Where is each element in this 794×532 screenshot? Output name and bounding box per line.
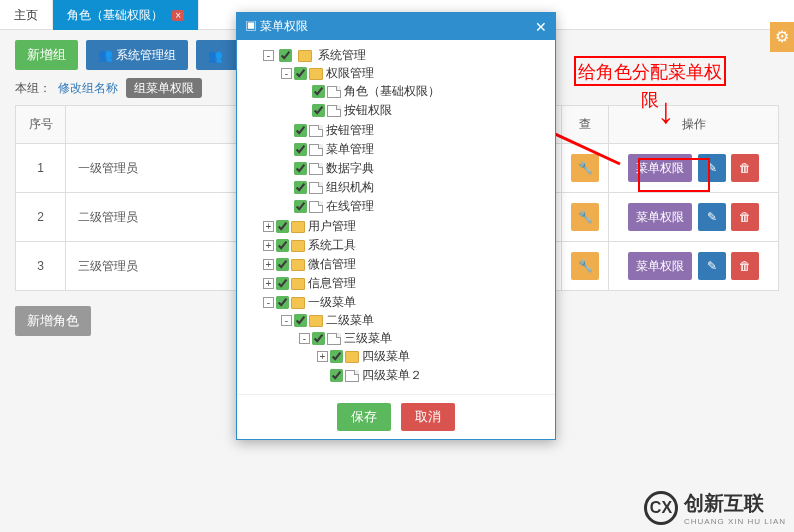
tree-label[interactable]: 按钮管理 — [326, 123, 374, 137]
tree-label[interactable]: 微信管理 — [308, 257, 356, 271]
tree-label[interactable]: 权限管理 — [326, 66, 374, 80]
menu-perm-button[interactable]: 菜单权限 — [628, 252, 692, 280]
modal-body[interactable]: - 系统管理 -权限管理 角色（基础权限） 按钮权限 按钮管理 菜单管理 数据字… — [237, 40, 555, 394]
annotation-arrow-down: ↓ — [657, 90, 675, 132]
tree-toggle[interactable]: + — [263, 259, 274, 270]
delete-button[interactable]: 🗑 — [731, 154, 759, 182]
tree-label[interactable]: 四级菜单 — [362, 349, 410, 363]
menu-perm-button[interactable]: 菜单权限 — [628, 203, 692, 231]
tree-checkbox[interactable] — [294, 124, 307, 137]
tree-checkbox[interactable] — [294, 143, 307, 156]
tree-checkbox[interactable] — [276, 277, 289, 290]
logo-subtext: CHUANG XIN HU LIAN — [684, 517, 786, 526]
tree-checkbox[interactable] — [276, 239, 289, 252]
tree-label[interactable]: 系统管理 — [318, 48, 366, 62]
folder-icon — [345, 351, 359, 363]
tree-label[interactable]: 二级菜单 — [326, 313, 374, 327]
tree-checkbox[interactable] — [294, 181, 307, 194]
tree-checkbox[interactable] — [312, 104, 325, 117]
view-button[interactable]: 🔧 — [571, 252, 599, 280]
tree-label[interactable]: 三级菜单 — [344, 331, 392, 345]
th-view: 查 — [562, 106, 609, 144]
users-icon: 👥 — [208, 49, 223, 63]
view-button[interactable]: 🔧 — [571, 154, 599, 182]
tree-checkbox[interactable] — [330, 369, 343, 382]
tree-checkbox[interactable] — [312, 332, 325, 345]
logo-mark: CX — [644, 491, 678, 525]
group-button-2[interactable]: 👥 — [196, 40, 238, 70]
tree-label[interactable]: 在线管理 — [326, 199, 374, 213]
modal-header: ▣ 菜单权限 ✕ — [237, 13, 555, 40]
edit-button[interactable]: ✎ — [698, 203, 726, 231]
cancel-button[interactable]: 取消 — [401, 403, 455, 431]
tree-checkbox[interactable] — [294, 314, 307, 327]
tree-toggle[interactable]: + — [263, 278, 274, 289]
file-icon — [327, 86, 341, 98]
cell-idx: 1 — [16, 144, 66, 193]
th-op: 操作 — [609, 106, 779, 144]
file-icon — [309, 125, 323, 137]
folder-icon — [291, 221, 305, 233]
edit-button[interactable]: ✎ — [698, 252, 726, 280]
file-icon — [309, 182, 323, 194]
delete-button[interactable]: 🗑 — [731, 252, 759, 280]
tab-home[interactable]: 主页 — [0, 0, 53, 30]
rename-group-link[interactable]: 修改组名称 — [58, 81, 118, 95]
tree-toggle[interactable]: - — [263, 50, 274, 61]
tree-checkbox[interactable] — [294, 200, 307, 213]
delete-button[interactable]: 🗑 — [731, 203, 759, 231]
tree-checkbox[interactable] — [279, 49, 292, 62]
logo-text: 创新互联 — [684, 492, 764, 514]
tab-role[interactable]: 角色（基础权限） × — [53, 0, 199, 30]
group-menu-perm-badge[interactable]: 组菜单权限 — [126, 78, 202, 98]
sys-group-label: 系统管理组 — [116, 48, 176, 62]
tree-checkbox[interactable] — [276, 296, 289, 309]
tree-checkbox[interactable] — [312, 85, 325, 98]
tree-label[interactable]: 信息管理 — [308, 276, 356, 290]
file-icon — [327, 333, 341, 345]
tree-label[interactable]: 用户管理 — [308, 219, 356, 233]
folder-icon — [291, 278, 305, 290]
tree-label[interactable]: 四级菜单２ — [362, 368, 422, 382]
annotation-highlight-box — [638, 158, 710, 192]
th-index: 序号 — [16, 106, 66, 144]
tree-toggle[interactable]: + — [263, 221, 274, 232]
cell-idx: 2 — [16, 193, 66, 242]
tree-label[interactable]: 菜单管理 — [326, 142, 374, 156]
annotation-text-box: 给角色分配菜单权限 — [574, 56, 726, 86]
modal-title: ▣ 菜单权限 — [245, 18, 308, 35]
modal-close-icon[interactable]: ✕ — [535, 19, 547, 35]
tree-checkbox[interactable] — [276, 220, 289, 233]
tree-label[interactable]: 一级菜单 — [308, 295, 356, 309]
menu-perm-modal: ▣ 菜单权限 ✕ - 系统管理 -权限管理 角色（基础权限） 按钮权限 按钮管理 — [236, 12, 556, 440]
brand-logo: CX 创新互联 CHUANG XIN HU LIAN — [644, 490, 786, 526]
modal-title-text: 菜单权限 — [260, 19, 308, 33]
new-role-button[interactable]: 新增角色 — [15, 306, 91, 336]
tree-toggle[interactable]: - — [299, 333, 310, 344]
tab-close-icon[interactable]: × — [172, 10, 184, 21]
new-group-button[interactable]: 新增组 — [15, 40, 78, 70]
sys-group-button[interactable]: 👥系统管理组 — [86, 40, 188, 70]
settings-gear[interactable]: ⚙ — [770, 22, 794, 52]
tree-toggle[interactable]: + — [263, 240, 274, 251]
tab-role-label: 角色（基础权限） — [67, 8, 163, 22]
tree-label[interactable]: 角色（基础权限） — [344, 84, 440, 98]
tree-label[interactable]: 数据字典 — [326, 161, 374, 175]
tree-toggle[interactable]: - — [281, 68, 292, 79]
view-button[interactable]: 🔧 — [571, 203, 599, 231]
file-icon — [309, 144, 323, 156]
tree-toggle[interactable]: - — [263, 297, 274, 308]
tree-toggle[interactable]: - — [281, 315, 292, 326]
tree-checkbox[interactable] — [330, 350, 343, 363]
tree-checkbox[interactable] — [294, 162, 307, 175]
tree-checkbox[interactable] — [276, 258, 289, 271]
folder-icon — [298, 50, 312, 62]
tree-label[interactable]: 系统工具 — [308, 238, 356, 252]
tree-label[interactable]: 组织机构 — [326, 180, 374, 194]
folder-icon — [309, 68, 323, 80]
tree-toggle[interactable]: + — [317, 351, 328, 362]
save-button[interactable]: 保存 — [337, 403, 391, 431]
file-icon — [327, 105, 341, 117]
tree-label[interactable]: 按钮权限 — [344, 103, 392, 117]
tree-checkbox[interactable] — [294, 67, 307, 80]
